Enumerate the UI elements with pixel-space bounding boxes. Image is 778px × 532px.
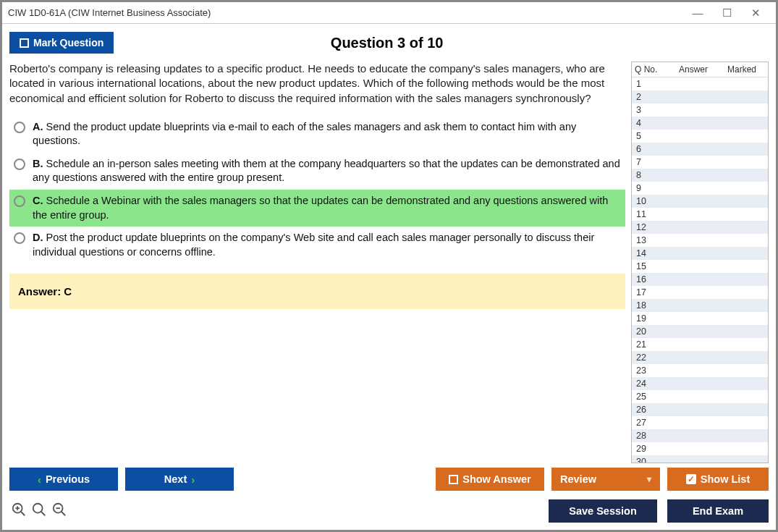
list-row-number: 8	[636, 170, 665, 180]
list-row-number: 15	[636, 261, 665, 271]
zoom-reset-icon[interactable]	[11, 502, 27, 520]
hdr-marked: Marked	[719, 64, 765, 75]
list-row[interactable]: 4	[632, 117, 768, 130]
choice-row[interactable]: B. Schedule an in-person sales meeting w…	[9, 153, 625, 190]
list-row-number: 23	[636, 366, 665, 376]
window-title: CIW 1D0-61A (CIW Internet Business Assoc…	[8, 7, 211, 18]
list-row[interactable]: 24	[632, 377, 768, 390]
question-list-panel: Q No. Answer Marked 12345678910111213141…	[631, 62, 769, 463]
list-row[interactable]: 22	[632, 351, 768, 364]
list-row[interactable]: 9	[632, 182, 768, 195]
list-row[interactable]: 19	[632, 312, 768, 325]
choice-text: A. Send the product update blueprints vi…	[33, 120, 621, 148]
list-row-number: 4	[636, 118, 665, 128]
choice-row[interactable]: C. Schedule a Webinar with the sales man…	[9, 190, 625, 227]
list-row[interactable]: 10	[632, 195, 768, 208]
list-row[interactable]: 30	[632, 455, 768, 463]
end-exam-button[interactable]: End Exam	[667, 499, 769, 523]
list-row[interactable]: 13	[632, 234, 768, 247]
list-row[interactable]: 25	[632, 390, 768, 403]
list-row[interactable]: 18	[632, 299, 768, 312]
checkbox-icon	[20, 38, 29, 48]
list-row-number: 12	[636, 222, 665, 232]
list-row-number: 27	[636, 418, 665, 428]
next-button[interactable]: Next ›	[125, 468, 234, 491]
zoom-out-icon[interactable]	[51, 502, 67, 520]
list-row[interactable]: 12	[632, 221, 768, 234]
list-row-number: 13	[636, 235, 665, 245]
list-row[interactable]: 17	[632, 286, 768, 299]
review-label: Review	[560, 473, 596, 485]
list-row-number: 20	[636, 326, 665, 337]
list-row[interactable]: 27	[632, 416, 768, 429]
radio-icon[interactable]	[14, 232, 25, 244]
choice-text: C. Schedule a Webinar with the sales man…	[33, 194, 621, 222]
list-header: Q No. Answer Marked	[632, 62, 768, 77]
list-row[interactable]: 3	[632, 104, 768, 117]
list-row-number: 24	[636, 379, 665, 389]
list-row[interactable]: 21	[632, 338, 768, 351]
svg-line-1	[21, 512, 25, 516]
choice-text: D. Post the product update blueprints on…	[33, 231, 621, 259]
list-row-number: 16	[636, 274, 665, 284]
list-row[interactable]: 20	[632, 325, 768, 338]
list-row-number: 29	[636, 444, 665, 454]
list-row[interactable]: 11	[632, 208, 768, 221]
list-row-number: 22	[636, 352, 665, 363]
show-answer-label: Show Answer	[462, 473, 531, 485]
question-stem: Roberto's company is releasing updates t…	[9, 62, 625, 106]
list-row-number: 19	[636, 313, 665, 324]
list-row-number: 25	[636, 392, 665, 402]
list-row[interactable]: 29	[632, 442, 768, 455]
next-label: Next	[164, 473, 187, 485]
list-row[interactable]: 28	[632, 429, 768, 442]
end-exam-label: End Exam	[693, 505, 743, 517]
list-row-number: 10	[636, 196, 665, 206]
list-row-number: 11	[636, 209, 665, 219]
list-row-number: 9	[636, 183, 665, 193]
choice-row[interactable]: A. Send the product update blueprints vi…	[9, 116, 625, 153]
list-row[interactable]: 23	[632, 364, 768, 377]
list-row[interactable]: 6	[632, 143, 768, 156]
list-row[interactable]: 14	[632, 247, 768, 260]
list-row-number: 26	[636, 405, 665, 415]
list-row[interactable]: 1	[632, 77, 768, 90]
mark-question-label: Mark Question	[33, 37, 103, 48]
show-list-button[interactable]: ✓ Show List	[667, 468, 769, 491]
show-answer-button[interactable]: Show Answer	[436, 468, 544, 491]
radio-icon[interactable]	[14, 195, 25, 207]
radio-icon[interactable]	[14, 122, 25, 133]
svg-line-7	[62, 512, 66, 516]
mark-question-button[interactable]: Mark Question	[9, 32, 114, 54]
list-row[interactable]: 8	[632, 169, 768, 182]
list-row[interactable]: 5	[632, 130, 768, 143]
titlebar: CIW 1D0-61A (CIW Internet Business Assoc…	[2, 2, 776, 24]
list-row-number: 3	[636, 105, 665, 115]
list-row-number: 2	[636, 92, 665, 102]
previous-button[interactable]: ‹ Previous	[9, 468, 118, 491]
list-row-number: 30	[636, 457, 665, 463]
choice-text: B. Schedule an in-person sales meeting w…	[33, 157, 621, 185]
list-row[interactable]: 7	[632, 156, 768, 169]
list-row[interactable]: 2	[632, 90, 768, 104]
chevron-left-icon: ‹	[38, 473, 41, 486]
choice-row[interactable]: D. Post the product update blueprints on…	[9, 227, 625, 263]
zoom-controls	[9, 500, 69, 523]
save-session-button[interactable]: Save Session	[549, 499, 657, 523]
list-row[interactable]: 15	[632, 260, 768, 273]
zoom-in-icon[interactable]	[31, 502, 47, 520]
review-button[interactable]: Review ▾	[551, 468, 660, 491]
list-row[interactable]: 26	[632, 403, 768, 416]
radio-icon[interactable]	[14, 159, 25, 170]
square-icon	[449, 475, 458, 484]
close-button[interactable]: ✕	[741, 2, 770, 24]
list-row-number: 17	[636, 287, 665, 297]
show-list-label: Show List	[701, 473, 750, 485]
list-body[interactable]: 1234567891011121314151617181920212223242…	[632, 77, 768, 463]
minimize-button[interactable]: —	[683, 2, 712, 24]
chevron-right-icon: ›	[191, 473, 195, 486]
maximize-button[interactable]: ☐	[712, 2, 741, 24]
list-row[interactable]: 16	[632, 273, 768, 286]
choices-list: A. Send the product update blueprints vi…	[9, 116, 625, 264]
save-session-label: Save Session	[569, 505, 637, 517]
